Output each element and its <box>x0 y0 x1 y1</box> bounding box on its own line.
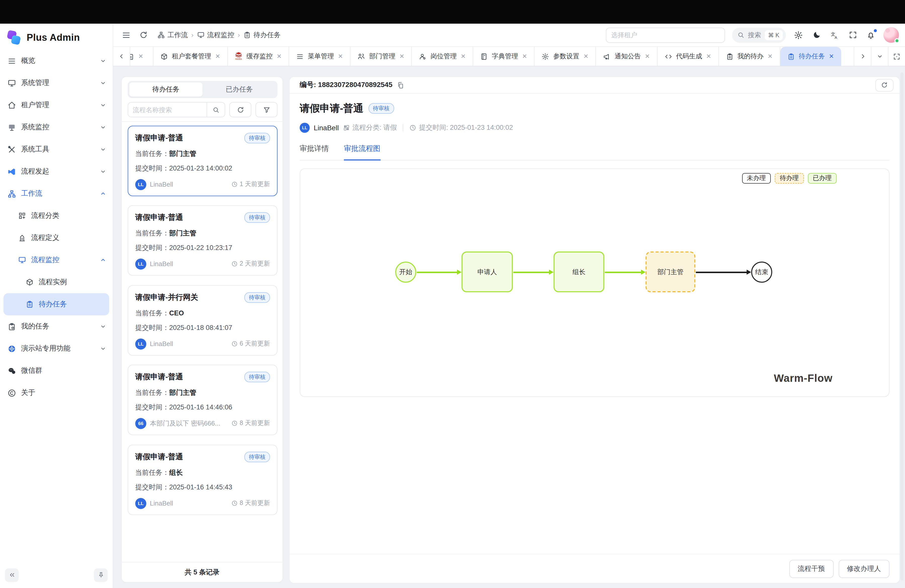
sidebar-item-system-tools[interactable]: 系统工具 <box>0 138 113 161</box>
tab-todo-tasks-active[interactable]: 待办任务 ✕ <box>780 47 841 66</box>
close-icon[interactable]: ✕ <box>583 53 589 60</box>
sidebar-item-about[interactable]: 关于 <box>0 382 113 404</box>
close-icon[interactable]: ✕ <box>767 53 773 60</box>
home-icon <box>8 101 16 110</box>
task-card[interactable]: 请假申请-并行网关待审核 当前任务：CEO 提交时间：2025-01-18 08… <box>128 285 278 356</box>
segment-todo-tasks[interactable]: 待办任务 <box>129 83 203 97</box>
tab-param-settings[interactable]: 参数设置 ✕ <box>535 47 596 66</box>
avatar: LL <box>135 179 146 190</box>
clock-icon <box>410 124 416 131</box>
status-badge: 待审核 <box>245 133 270 143</box>
avatar[interactable] <box>883 27 899 43</box>
tab-clipped[interactable]: ✕ <box>130 47 153 66</box>
clock-icon <box>231 261 238 267</box>
sidebar-item-todo-tasks[interactable]: 待办任务 <box>3 293 109 315</box>
tabs-scroll-right-button[interactable] <box>854 47 871 66</box>
process-name-search-input[interactable] <box>128 103 206 117</box>
search-icon <box>737 31 745 39</box>
tab-approval-detail[interactable]: 审批详情 <box>300 144 329 160</box>
copy-id-button[interactable] <box>397 81 404 89</box>
close-icon[interactable]: ✕ <box>399 53 404 60</box>
sidebar-item-process-start[interactable]: 流程发起 <box>0 161 113 183</box>
breadcrumb-todo-tasks[interactable]: 待办任务 <box>243 30 281 40</box>
task-list-filter-button[interactable] <box>256 102 278 117</box>
dark-mode-toggle[interactable] <box>811 29 822 40</box>
tab-dict-mgmt[interactable]: 字典管理 ✕ <box>473 47 535 66</box>
task-card[interactable]: 请假申请-普通待审核 当前任务：部门主管 提交时间：2025-01-22 10:… <box>128 205 278 276</box>
logo[interactable]: Plus Admin <box>0 24 113 50</box>
vertical-scrollbar[interactable] <box>900 72 903 580</box>
sidebar-item-process-monitor[interactable]: 流程监控 <box>0 249 113 271</box>
clipboard-icon <box>130 52 134 60</box>
sidebar-item-workflow[interactable]: 工作流 <box>0 183 113 205</box>
close-icon[interactable]: ✕ <box>215 53 220 60</box>
settings-button[interactable] <box>793 29 804 40</box>
tab-my-todo[interactable]: 我的待办 ✕ <box>719 47 780 66</box>
search-submit-button[interactable] <box>206 103 225 117</box>
task-card[interactable]: 请假申请-普通待审核 当前任务：部门主管 提交时间：2025-01-23 14:… <box>128 126 278 196</box>
task-list-refresh-button[interactable] <box>229 102 251 117</box>
global-search-button[interactable]: 搜索 ⌘ K <box>732 27 786 43</box>
close-icon[interactable]: ✕ <box>461 53 466 60</box>
task-card[interactable]: 请假申请-普通待审核 当前任务：组长 提交时间：2025-01-16 14:45… <box>128 445 278 515</box>
tab-code-gen[interactable]: 代码生成 ✕ <box>657 47 719 66</box>
sidebar-item-process-instance[interactable]: 流程实例 <box>0 271 113 293</box>
sidebar-item-process-definition[interactable]: 流程定义 <box>0 227 113 249</box>
flow-arrowhead <box>641 269 646 274</box>
hamburger-menu-button[interactable] <box>120 29 132 41</box>
close-icon[interactable]: ✕ <box>645 53 650 60</box>
close-icon[interactable]: ✕ <box>138 53 143 60</box>
tab-tenant-package[interactable]: 租户套餐管理 ✕ <box>153 47 228 66</box>
avatar: LL <box>135 338 146 350</box>
tab-approval-diagram[interactable]: 审批流程图 <box>344 144 380 161</box>
sidebar-bottom-bar <box>0 562 113 588</box>
tab-post-mgmt[interactable]: 岗位管理 ✕ <box>412 47 473 66</box>
detail-tabs: 审批详情 审批流程图 <box>300 144 889 161</box>
tab-menu-mgmt[interactable]: 菜单管理 ✕ <box>289 47 351 66</box>
sidebar-item-system-monitor[interactable]: 系统监控 <box>0 116 113 138</box>
flow-node-manager: 部门主管 <box>646 251 695 292</box>
status-badge: 待审核 <box>245 292 270 303</box>
change-assignee-button[interactable]: 修改办理人 <box>838 559 889 578</box>
close-icon[interactable]: ✕ <box>276 53 281 60</box>
content-fullscreen-button[interactable] <box>888 47 905 66</box>
chevron-down-icon <box>100 79 106 86</box>
notifications-button[interactable] <box>865 29 876 40</box>
language-switch-button[interactable]: 文A <box>829 29 840 40</box>
close-icon[interactable]: ✕ <box>338 53 343 60</box>
fullscreen-button[interactable] <box>847 29 858 40</box>
tabs-dropdown-button[interactable] <box>871 47 888 66</box>
tab-cache-monitor[interactable]: redis 缓存监控 ✕ <box>228 47 289 66</box>
tenant-select-input[interactable] <box>606 27 725 43</box>
sidebar-item-process-category[interactable]: 流程分类 <box>0 205 113 227</box>
sidebar-item-tenant-mgmt[interactable]: 租户管理 <box>0 94 113 116</box>
detail-refresh-button[interactable] <box>875 79 894 91</box>
tabs-scroll-left-button[interactable] <box>113 47 130 66</box>
sidebar-item-overview[interactable]: 概览 <box>0 50 113 72</box>
flow-edge <box>605 272 641 273</box>
copy-icon <box>397 81 404 89</box>
sidebar-item-system-mgmt[interactable]: 系统管理 <box>0 72 113 94</box>
segment-done-tasks[interactable]: 已办任务 <box>203 83 276 97</box>
detail-footer: 流程干预 修改办理人 <box>290 554 899 583</box>
pin-sidebar-button[interactable] <box>94 568 108 582</box>
org-chart-icon <box>8 189 16 198</box>
close-icon[interactable]: ✕ <box>829 53 834 60</box>
org-people-icon <box>357 52 365 60</box>
avatar: 66 <box>135 418 146 429</box>
close-icon[interactable]: ✕ <box>522 53 527 60</box>
refresh-page-button[interactable] <box>137 29 149 41</box>
breadcrumb-workflow[interactable]: 工作流 <box>157 30 188 40</box>
breadcrumb-process-monitor[interactable]: 流程监控 <box>197 30 234 40</box>
sidebar-item-wechat-group[interactable]: 微信群 <box>0 360 113 382</box>
close-icon[interactable]: ✕ <box>706 53 711 60</box>
sidebar-item-my-tasks[interactable]: 我的任务 <box>0 315 113 337</box>
process-intervene-button[interactable]: 流程干预 <box>789 559 834 578</box>
collapse-sidebar-button[interactable] <box>5 568 19 582</box>
sidebar-item-demo-features[interactable]: 演示站专用功能 <box>0 337 113 360</box>
tab-dept-mgmt[interactable]: 部门管理 ✕ <box>351 47 412 66</box>
tab-notice[interactable]: 通知公告 ✕ <box>596 47 657 66</box>
process-category: 流程分类: 请假 <box>352 123 397 132</box>
task-card[interactable]: 请假申请-普通待审核 当前任务：部门主管 提交时间：2025-01-16 14:… <box>128 365 278 435</box>
sidebar: Plus Admin 概览 系统管理 租户管理 系统监控 系统工具 <box>0 24 113 588</box>
